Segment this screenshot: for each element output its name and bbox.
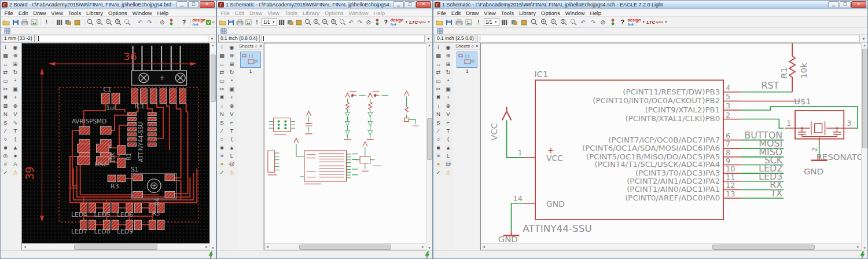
hole-tool[interactable]: ● <box>11 152 20 159</box>
move-tool[interactable]: ↔ <box>434 60 443 68</box>
menu-item[interactable]: Window <box>130 10 155 16</box>
go-icon[interactable] <box>167 18 176 27</box>
zoom-redraw-icon[interactable] <box>559 18 568 27</box>
command-history-dropdown-icon[interactable]: ▼ <box>861 37 866 41</box>
route-tool[interactable]: ∿ <box>11 119 20 126</box>
zoom-out-icon[interactable] <box>549 18 558 27</box>
help-icon[interactable]: ? <box>180 18 189 27</box>
arc-tool[interactable]: ( <box>227 135 236 143</box>
menu-item[interactable]: Edit <box>232 10 247 16</box>
save-icon[interactable] <box>227 18 235 27</box>
menu-item[interactable]: Options <box>322 10 347 16</box>
paste-tool[interactable]: ▣ <box>227 85 236 93</box>
rotate-tool[interactable]: ↻ <box>227 68 236 76</box>
titlebar[interactable]: E 2 Board - I:\FabAcademy2015\W6\FINAL F… <box>1 1 216 9</box>
menu-item[interactable]: Help <box>155 10 171 16</box>
titlebar[interactable]: E 1 Schematic - I:\FabAcademy2015\W6\FIN… <box>217 1 432 9</box>
value-tool[interactable]: V <box>444 110 453 118</box>
script-icon[interactable]: ! <box>42 18 51 27</box>
ltspice-logo[interactable]: LTCspice <box>646 20 663 25</box>
display-layers-tool[interactable]: ▦ <box>218 52 226 59</box>
lock-tool[interactable]: ⊠ <box>1 102 10 110</box>
mark-tool[interactable]: ⊕ <box>11 52 20 59</box>
vcc-symbol[interactable]: VCC <box>489 107 512 140</box>
menu-item[interactable]: Edit <box>448 10 463 16</box>
use-library-icon[interactable] <box>500 18 509 27</box>
schematic-canvas[interactable]: IC1 ATTINY44-SSU + VCC GND 1 14 <box>481 43 861 243</box>
bus-tool[interactable]: ≡ <box>218 152 226 159</box>
close-button[interactable]: ✕ <box>851 1 866 8</box>
undo-icon[interactable]: ↶ <box>136 18 145 27</box>
help-icon[interactable]: ? <box>382 18 390 27</box>
menu-item[interactable]: Edit <box>16 10 30 16</box>
close-button[interactable]: ✕ <box>200 1 215 8</box>
maximize-button[interactable]: ▢ <box>840 1 851 8</box>
minimize-button[interactable]: ▁ <box>176 1 187 8</box>
grid-icon[interactable] <box>435 27 444 35</box>
open-icon[interactable] <box>2 18 10 27</box>
redo-icon[interactable]: ↷ <box>589 18 598 27</box>
zoom-in-icon[interactable] <box>312 18 321 27</box>
net-tool[interactable]: ⌐ <box>227 119 236 126</box>
copy-tool[interactable]: ⊞ <box>444 60 453 68</box>
copy-tool[interactable]: ⊞ <box>227 60 236 68</box>
menu-item[interactable]: Tools <box>65 10 83 16</box>
sheet-thumbnail[interactable] <box>457 52 477 68</box>
cut-tool[interactable]: ✂ <box>434 85 443 93</box>
add-tool[interactable]: + <box>11 93 20 101</box>
text-tool[interactable]: T <box>444 127 453 134</box>
drc-tool[interactable]: ✓ <box>1 169 10 176</box>
minimize-button[interactable]: ▁ <box>393 1 404 8</box>
sheet-selector[interactable]: 1/1▼ <box>484 18 499 26</box>
undo-icon[interactable]: ↶ <box>579 18 588 27</box>
menu-item[interactable]: Library <box>83 10 105 16</box>
schematic-canvas[interactable] <box>264 43 426 243</box>
mirror-tool[interactable]: ⇄ <box>1 68 10 76</box>
menu-item[interactable]: File <box>218 10 232 16</box>
menu-item[interactable]: Help <box>587 10 604 16</box>
print-icon[interactable] <box>236 18 244 27</box>
name-tool[interactable]: N <box>218 110 226 118</box>
menu-item[interactable]: Tools <box>498 10 516 16</box>
ripup-tool[interactable]: ∕ <box>1 127 10 134</box>
pcb-service-logo[interactable] <box>206 18 215 27</box>
gnd-symbol[interactable]: GND <box>498 231 520 243</box>
change-tool[interactable]: * <box>444 77 453 85</box>
export-image-icon[interactable] <box>244 18 252 27</box>
value-tool[interactable]: V <box>227 110 236 118</box>
zoom-fit-icon[interactable] <box>304 18 312 27</box>
vertical-scrollbar[interactable]: ▲▼ <box>426 43 432 250</box>
replace-tool[interactable]: ⊗ <box>11 102 20 110</box>
zoom-redraw-icon[interactable] <box>114 18 123 27</box>
script-icon[interactable]: ! <box>253 18 261 27</box>
grid-icon[interactable] <box>219 27 228 35</box>
print-icon[interactable] <box>20 18 29 27</box>
rotate-tool[interactable]: ↻ <box>444 68 453 76</box>
zoom-redraw-icon[interactable] <box>330 18 338 27</box>
split-tool[interactable]: ∕ <box>218 127 226 134</box>
zoom-out-icon[interactable] <box>321 18 329 27</box>
command-history-dropdown-icon[interactable]: ▼ <box>209 37 215 41</box>
name-tool[interactable]: N <box>1 110 10 118</box>
value-tool[interactable]: V <box>11 110 20 118</box>
group-tool[interactable]: ▭ <box>434 77 443 85</box>
menu-item[interactable]: View <box>481 10 498 16</box>
polygon-tool[interactable]: ▲ <box>11 144 20 151</box>
grid-settings-icon[interactable] <box>295 18 303 27</box>
go-icon[interactable] <box>373 18 381 27</box>
errors-tool[interactable]: ⚠ <box>444 169 453 176</box>
zoom-out-icon[interactable] <box>105 18 113 27</box>
help-icon[interactable]: ? <box>618 18 627 27</box>
change-tool[interactable]: * <box>227 77 236 85</box>
group-tool[interactable]: ▭ <box>218 77 226 85</box>
vertical-scrollbar[interactable]: ▲▼ <box>209 43 216 250</box>
designlink-dropdown-icon[interactable]: ▼ <box>642 20 645 24</box>
menu-item[interactable]: Library <box>516 10 538 16</box>
rect-tool[interactable]: ■ <box>1 144 10 151</box>
paste-tool[interactable]: ▣ <box>11 85 20 93</box>
maximize-button[interactable]: ▢ <box>404 1 415 8</box>
display-layers-tool[interactable]: ▦ <box>1 52 10 59</box>
menu-item[interactable]: File <box>2 10 16 16</box>
resonator-u1[interactable]: U$1 <box>785 96 861 161</box>
display-layers-icon[interactable] <box>510 18 519 27</box>
